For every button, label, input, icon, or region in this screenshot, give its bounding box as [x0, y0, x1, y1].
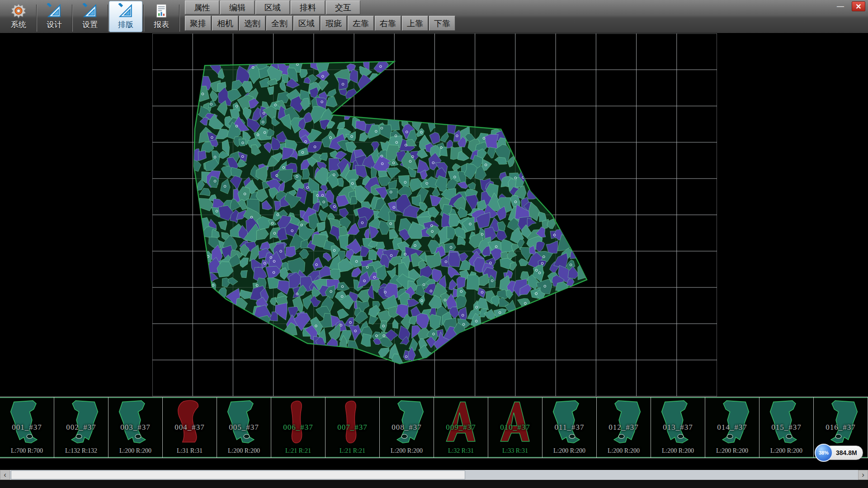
part-shape	[657, 399, 698, 445]
part-lr-count: L:33 R:31	[488, 447, 542, 455]
tool-button-snap-left[interactable]: 左靠	[348, 16, 374, 31]
toolbar-divider	[143, 5, 144, 32]
scroll-thumb[interactable]	[11, 470, 465, 479]
part-lr-count: L:200 R:200	[380, 447, 434, 455]
window-controls: — ✕	[834, 1, 865, 11]
part-name: 013_#37	[651, 423, 705, 432]
main-toolbar: 系统设计设置排版报表 属性编辑区域排料交互 聚排相机选割全割区域瑕疵左靠右靠上靠…	[0, 0, 868, 33]
window-bottom-edge	[0, 480, 868, 488]
part-shape	[6, 399, 47, 445]
close-button[interactable]: ✕	[852, 1, 865, 11]
part-shape	[169, 399, 210, 445]
part-name: 014_#37	[705, 423, 759, 432]
part-name: 001_#37	[0, 423, 54, 432]
part-name: 005_#37	[217, 423, 271, 432]
progress-sphere: 38%	[815, 444, 833, 462]
part-thumbnail[interactable]: 011_#37L:200 R:200	[542, 397, 597, 458]
part-shape	[549, 399, 590, 445]
toolbar-divider	[72, 5, 72, 32]
menu-tab-region[interactable]: 区域	[255, 0, 290, 14]
nesting-drawing[interactable]	[152, 33, 717, 396]
part-shape	[766, 399, 807, 445]
nav-system-label: 系统	[11, 19, 26, 30]
nav-design-button[interactable]: 设计	[38, 0, 71, 33]
scroll-left-arrow[interactable]: ‹	[0, 470, 10, 480]
part-shape	[712, 399, 753, 445]
part-lr-count: L:200 R:200	[108, 447, 162, 455]
part-shape	[332, 399, 373, 445]
part-lr-count: L:21 R:21	[326, 447, 379, 455]
nav-layout-label: 排版	[118, 19, 133, 30]
tool-row: 聚排相机选割全割区域瑕疵左靠右靠上靠下靠	[185, 16, 455, 31]
nav-layout-button[interactable]: 排版	[109, 1, 142, 32]
tool-button-region[interactable]: 区域	[293, 16, 320, 31]
part-thumbnail[interactable]: 002_#37L:132 R:132	[54, 397, 108, 458]
part-shape	[115, 399, 156, 445]
part-lr-count: L:200 R:200	[705, 447, 759, 455]
part-lr-count: L:200 R:200	[542, 447, 596, 455]
part-lr-count: L:200 R:200	[760, 447, 813, 455]
tool-button-snap-top[interactable]: 上靠	[402, 16, 428, 31]
tool-button-snap-bottom[interactable]: 下靠	[429, 16, 455, 31]
part-lr-count: L:200 R:200	[217, 447, 271, 455]
part-shape	[495, 399, 536, 445]
part-name: 011_#37	[542, 423, 596, 432]
part-thumbnail[interactable]: 006_#37L:21 R:21	[271, 397, 326, 458]
tool-button-camera[interactable]: 相机	[212, 16, 238, 31]
part-thumbnail[interactable]: 013_#37L:200 R:200	[651, 397, 705, 458]
toolbar-divider	[108, 5, 108, 32]
part-name: 002_#37	[54, 423, 108, 432]
menu-tab-edit[interactable]: 编辑	[220, 0, 255, 14]
part-thumbnail[interactable]: 003_#37L:200 R:200	[108, 397, 163, 458]
part-name: 015_#37	[760, 423, 813, 432]
part-lr-count: L:200 R:200	[597, 447, 651, 455]
part-name: 007_#37	[326, 423, 379, 432]
nesting-canvas[interactable]	[0, 33, 868, 397]
part-thumbnail[interactable]: 001_#37L:700 R:700	[0, 397, 54, 458]
part-name: 006_#37	[271, 423, 325, 432]
nav-report-label: 报表	[154, 19, 169, 30]
toolbar-divider	[36, 5, 37, 32]
part-shape	[61, 399, 102, 445]
tool-button-snap-right[interactable]: 右靠	[375, 16, 401, 31]
tool-button-defect[interactable]: 瑕疵	[321, 16, 347, 31]
part-name: 016_#37	[814, 423, 868, 432]
tool-button-select-cut[interactable]: 选割	[239, 16, 265, 31]
part-thumbnail[interactable]: 007_#37L:21 R:21	[326, 397, 380, 458]
report-icon	[154, 3, 169, 19]
part-thumbnail[interactable]: 012_#37L:200 R:200	[597, 397, 651, 458]
gear-icon	[11, 3, 26, 19]
scroll-right-arrow[interactable]: ›	[858, 470, 868, 480]
menu-tab-properties[interactable]: 属性	[185, 0, 219, 14]
part-lr-count: L:700 R:700	[0, 447, 54, 455]
part-name: 010_#37	[488, 423, 542, 432]
part-shape	[820, 399, 861, 445]
horizontal-scrollbar[interactable]: ‹ ›	[0, 470, 868, 480]
part-thumbnail[interactable]: 005_#37L:200 R:200	[217, 397, 271, 458]
part-lr-count: L:132 R:132	[54, 447, 108, 455]
nav-report-button[interactable]: 报表	[145, 0, 178, 33]
menu-tab-interactive[interactable]: 交互	[326, 0, 360, 14]
part-name: 008_#37	[380, 423, 434, 432]
minimize-button[interactable]: —	[834, 1, 847, 11]
progress-percent: 38%	[819, 450, 829, 455]
part-thumbnail[interactable]: 009_#37L:32 R:31	[434, 397, 488, 458]
part-thumbnail[interactable]: 010_#37L:33 R:31	[488, 397, 542, 458]
part-lr-count: L:200 R:200	[651, 447, 705, 455]
main-nav: 系统设计设置排版报表	[0, 0, 180, 33]
part-thumbnail[interactable]: 004_#37L:31 R:31	[163, 397, 217, 458]
part-thumbnail[interactable]: 014_#37L:200 R:200	[705, 397, 760, 458]
part-lr-count: L:31 R:31	[163, 447, 217, 455]
toolbar-divider	[179, 5, 179, 32]
part-name: 003_#37	[108, 423, 162, 432]
nav-settings-button[interactable]: 设置	[73, 0, 107, 33]
part-thumbnail[interactable]: 008_#37L:200 R:200	[380, 397, 434, 458]
tool-button-cut-all[interactable]: 全割	[266, 16, 292, 31]
part-thumbnail[interactable]: 015_#37L:200 R:200	[760, 397, 814, 458]
menu-tab-nesting[interactable]: 排料	[291, 0, 325, 14]
nav-system-button[interactable]: 系统	[2, 0, 35, 33]
scroll-track[interactable]	[10, 470, 858, 480]
part-lr-count: L:21 R:21	[271, 447, 325, 455]
part-name: 009_#37	[434, 423, 488, 432]
tool-button-cluster-nest[interactable]: 聚排	[185, 16, 211, 31]
